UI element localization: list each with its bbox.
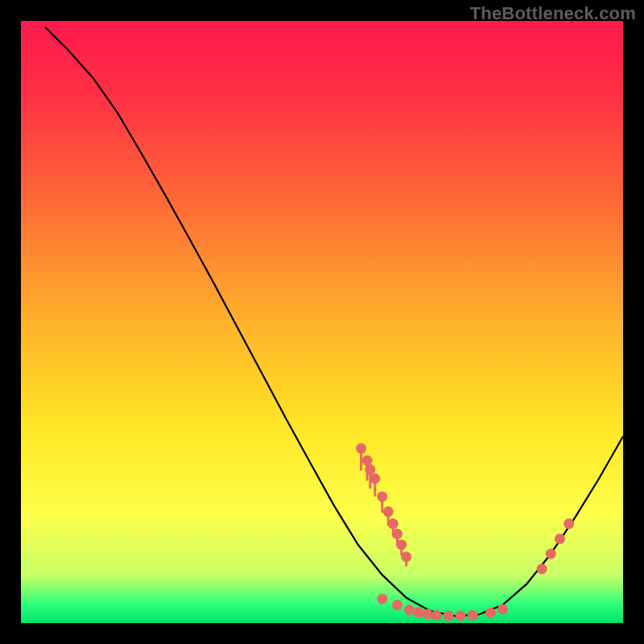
- data-point: [392, 600, 402, 610]
- data-point: [413, 607, 423, 617]
- data-point: [377, 594, 387, 605]
- data-point: [377, 491, 387, 502]
- watermark-text: TheBottleneck.com: [470, 3, 636, 24]
- data-point: [456, 611, 466, 621]
- data-point: [485, 608, 496, 618]
- data-point: [383, 506, 394, 517]
- data-point: [392, 529, 402, 539]
- chart-frame: [21, 21, 623, 623]
- data-point: [564, 518, 574, 529]
- data-point: [356, 444, 366, 454]
- data-point: [497, 604, 508, 614]
- data-point: [537, 564, 547, 574]
- data-point: [362, 456, 373, 466]
- data-point: [369, 473, 380, 484]
- data-point: [444, 611, 454, 621]
- data-point: [431, 610, 442, 621]
- data-point: [546, 548, 556, 559]
- data-point: [365, 464, 375, 475]
- data-point: [422, 609, 432, 619]
- data-point: [396, 539, 407, 550]
- data-point: [555, 534, 565, 544]
- chart-svg: [21, 21, 623, 623]
- data-point: [401, 551, 411, 562]
- data-point: [404, 605, 415, 615]
- gradient-bg: [21, 21, 623, 623]
- data-point: [468, 610, 478, 621]
- data-point: [388, 518, 398, 529]
